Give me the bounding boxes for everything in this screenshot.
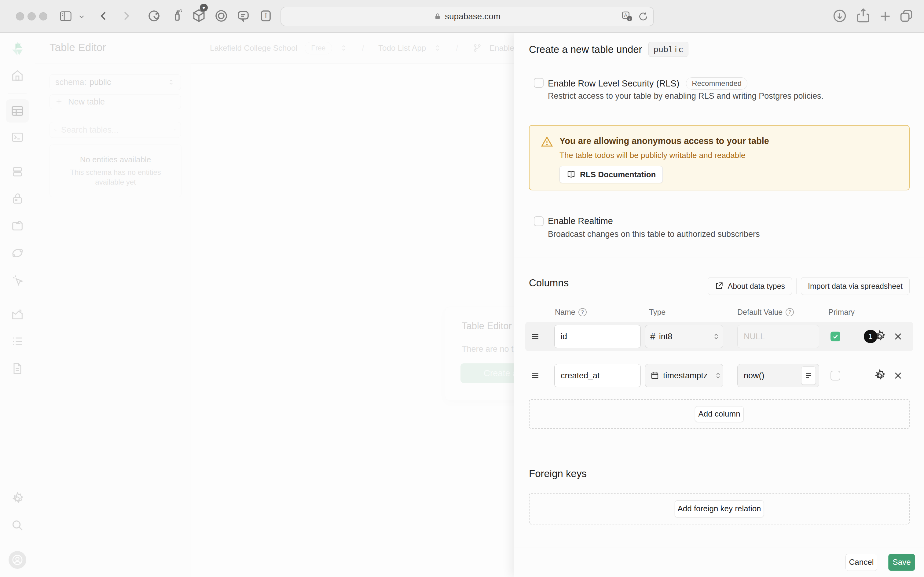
column-header-default: Default Value? xyxy=(737,308,794,317)
warning-title: You are allowing anonymous access to you… xyxy=(559,136,769,146)
updown-chevron-icon xyxy=(712,332,721,341)
column-row-created-at: timestamptz now() xyxy=(525,361,913,390)
extension-onepassword-icon[interactable] xyxy=(214,8,229,23)
extension-activity-icon[interactable] xyxy=(146,8,161,23)
minimize-window-button[interactable] xyxy=(27,12,36,21)
rls-documentation-button[interactable]: RLS Documentation xyxy=(559,166,663,183)
remove-column-icon[interactable] xyxy=(893,370,903,381)
remove-column-icon[interactable] xyxy=(893,331,903,342)
external-link-icon xyxy=(715,282,723,290)
hash-icon: # xyxy=(650,331,655,342)
default-value-suggestions-button[interactable] xyxy=(801,366,816,385)
realtime-checkbox[interactable] xyxy=(534,216,544,226)
list-icon xyxy=(805,372,813,380)
new-tab-icon[interactable] xyxy=(877,8,893,24)
warning-subtitle: The table todos will be publicly writabl… xyxy=(559,151,745,160)
close-window-button[interactable] xyxy=(16,12,24,21)
help-icon[interactable]: ? xyxy=(578,308,587,316)
check-icon xyxy=(832,333,839,340)
column-default-input[interactable]: now() xyxy=(737,364,819,387)
extension-instapaper-icon[interactable]: I xyxy=(259,8,273,23)
zoom-window-button[interactable] xyxy=(39,12,47,21)
book-icon xyxy=(567,170,576,179)
columns-heading: Columns xyxy=(529,277,569,289)
svg-text:x: x xyxy=(629,16,631,21)
extension-cleaner-icon[interactable] xyxy=(170,8,185,23)
realtime-label: Enable Realtime xyxy=(548,216,613,226)
rls-label: Enable Row Level Security (RLS) xyxy=(548,79,679,89)
import-spreadsheet-button[interactable]: Import data via spreadsheet xyxy=(801,277,910,295)
downloads-icon[interactable] xyxy=(832,8,848,24)
rls-checkbox[interactable] xyxy=(534,78,544,88)
column-row-id: # int8 1 xyxy=(525,322,913,351)
svg-text:A: A xyxy=(624,13,628,18)
sidebar-chevron-down-icon[interactable] xyxy=(77,13,85,21)
drawer-title: Create a new table under xyxy=(529,44,642,55)
help-icon[interactable]: ? xyxy=(786,308,794,316)
column-default-input xyxy=(737,325,819,348)
share-icon[interactable] xyxy=(855,7,871,24)
create-table-drawer: Create a new table under public Enable R… xyxy=(514,33,924,577)
recommended-badge: Recommended xyxy=(686,77,747,90)
drag-handle-icon[interactable] xyxy=(531,371,540,380)
sidebar-toggle-icon[interactable] xyxy=(59,9,73,23)
realtime-description: Broadcast changes on this table to autho… xyxy=(548,229,760,239)
address-bar[interactable]: supabase.com Ax xyxy=(280,7,654,26)
column-header-type: Type xyxy=(649,308,665,317)
drag-handle-icon[interactable] xyxy=(531,332,540,341)
drawer-header: Create a new table under public xyxy=(514,33,924,66)
drawer-footer: Cancel Save xyxy=(514,547,924,577)
column-settings-gear-icon[interactable] xyxy=(873,369,886,382)
updown-chevron-icon xyxy=(714,371,722,380)
url-text: supabase.com xyxy=(445,11,501,21)
extension-heart-badge: ♥ xyxy=(200,4,208,11)
column-header-primary: Primary xyxy=(828,308,855,317)
anonymous-access-warning: You are allowing anonymous access to you… xyxy=(529,125,910,190)
column-name-input[interactable] xyxy=(554,325,641,348)
cancel-button[interactable]: Cancel xyxy=(845,554,877,571)
save-button[interactable]: Save xyxy=(888,554,915,571)
column-type-select[interactable]: # int8 xyxy=(645,325,723,348)
warning-triangle-icon xyxy=(541,135,553,148)
extension-package-icon[interactable]: ♥ xyxy=(191,8,206,23)
add-foreign-key-button[interactable]: Add foreign key relation xyxy=(674,500,764,517)
translate-icon[interactable]: Ax xyxy=(621,10,633,23)
foreign-keys-heading: Foreign keys xyxy=(529,468,587,480)
forward-button[interactable] xyxy=(119,8,133,23)
tab-overview-icon[interactable] xyxy=(898,8,914,24)
primary-checkbox-unchecked[interactable] xyxy=(831,371,840,380)
drawer-backdrop[interactable] xyxy=(0,33,514,577)
back-button[interactable] xyxy=(97,8,111,23)
schema-badge: public xyxy=(649,42,689,57)
primary-checkbox-checked[interactable] xyxy=(831,332,840,342)
extension-chat-icon[interactable] xyxy=(236,8,251,23)
add-column-button[interactable]: Add column xyxy=(695,406,744,422)
reload-icon[interactable] xyxy=(638,11,649,22)
foreign-keys-dropzone: Add foreign key relation xyxy=(529,493,910,524)
column-name-input[interactable] xyxy=(554,364,641,387)
safari-window: ♥ I supabase.com Ax xyxy=(0,0,924,577)
calendar-icon xyxy=(650,371,659,380)
rls-description: Restrict access to your table by enablin… xyxy=(548,91,823,101)
about-data-types-button[interactable]: About data types xyxy=(708,277,792,295)
settings-count-badge: 1 xyxy=(864,330,877,343)
tls-lock-icon xyxy=(434,13,441,20)
add-column-dropzone: Add column xyxy=(529,399,910,429)
column-type-select[interactable]: timestamptz xyxy=(645,364,723,387)
column-header-name: Name? xyxy=(555,308,587,317)
browser-toolbar: ♥ I supabase.com Ax xyxy=(0,0,924,33)
supabase-app: Table Editor schema: public New table No… xyxy=(0,33,924,577)
